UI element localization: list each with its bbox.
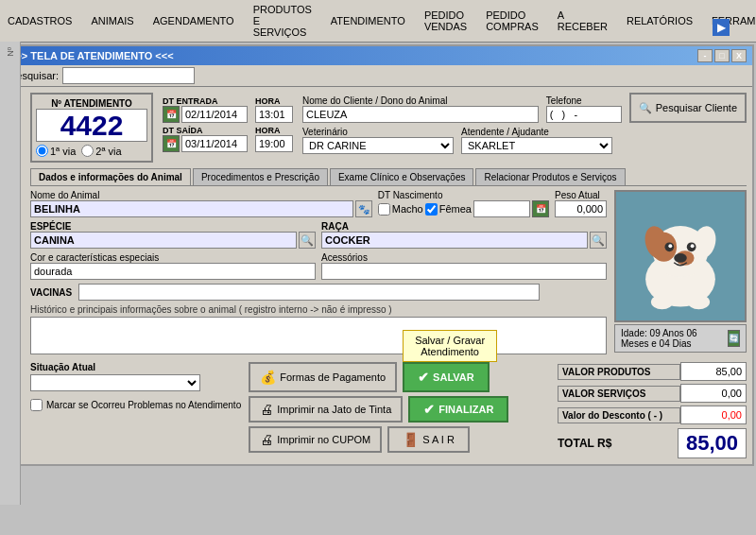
tab-relacionar[interactable]: Relacionar Produtos e Serviços <box>475 168 625 185</box>
services-value[interactable] <box>680 384 747 403</box>
menu-agendamento[interactable]: AGENDAMENTO <box>149 13 238 28</box>
menu-cadastros[interactable]: CADASTROS <box>4 13 76 28</box>
entrada-hora-input[interactable] <box>255 106 293 123</box>
via-radio-group: 1ª via 2ª via <box>36 145 147 157</box>
menu-pedido-compras[interactable]: PEDIDO COMPRAS <box>482 8 542 34</box>
macho-checkbox[interactable] <box>378 203 390 216</box>
tab-exame[interactable]: Exame Clínico e Observações <box>330 168 474 185</box>
save-button[interactable]: ✔ SALVAR <box>403 362 490 392</box>
birth-calendar-icon[interactable]: 📅 <box>532 200 549 217</box>
top-info-row: Nº ATENDIMENTO 4422 1ª via 2ª via <box>30 93 747 163</box>
client-input[interactable] <box>302 106 539 123</box>
search-client-button[interactable]: 🔍 Pesquisar Cliente <box>629 93 747 123</box>
vaccines-input[interactable] <box>78 284 540 301</box>
products-row: VALOR PRODUTOS <box>558 362 747 381</box>
animal-icon-btn[interactable]: 🐾 <box>355 200 372 217</box>
menu-relatorios[interactable]: RELATÓRIOS <box>623 13 696 28</box>
tab-dados[interactable]: Dados e informações do Animal <box>30 168 191 185</box>
titlebar: >>> TELA DE ATENDIMENTO <<< - □ X <box>4 46 752 65</box>
svg-point-13 <box>688 295 710 310</box>
phone-group: Telefone <box>546 95 622 123</box>
attendant-select[interactable]: SKARLET <box>461 137 612 154</box>
menu-pedido-vendas[interactable]: PEDIDO VENDAS <box>421 8 471 34</box>
animal-name-label: Nome do Animal <box>30 190 372 200</box>
saida-group: DT SAÍDA 📅 <box>163 126 248 152</box>
entrada-calendar-icon[interactable]: 📅 <box>163 106 180 123</box>
macho-check[interactable]: Macho <box>378 203 423 216</box>
species-search-icon[interactable]: 🔍 <box>299 232 316 249</box>
radio-1via-input[interactable] <box>36 145 48 157</box>
breed-search-icon[interactable]: 🔍 <box>590 232 607 249</box>
history-label: Histórico e principais informações sobre… <box>30 304 607 315</box>
femea-check[interactable]: Fêmea <box>425 203 472 216</box>
saida-hora-group: HORA <box>255 126 293 152</box>
animal-name-group: Nome do Animal 🐾 <box>30 190 372 217</box>
client-row: Nome do Cliente / Dono do Animal Telefon… <box>302 93 747 123</box>
saida-calendar-icon[interactable]: 📅 <box>163 135 180 152</box>
species-group: ESPÉCIE 🔍 <box>30 221 316 249</box>
saida-hora-input[interactable] <box>255 135 293 152</box>
save-tooltip: Salvar / Gravar Atendimento <box>403 330 497 362</box>
finalize-button[interactable]: ✔ FINALIZAR <box>408 396 508 423</box>
radio-1via[interactable]: 1ª via <box>36 145 76 157</box>
attendant-label: Atendente / Ajudante <box>461 127 612 137</box>
femea-checkbox[interactable] <box>425 203 438 216</box>
entrada-date-field: 📅 <box>163 106 248 123</box>
animal-row4: VACINAS <box>30 284 607 301</box>
discount-value[interactable] <box>680 406 747 424</box>
attendance-label: Nº ATENDIMENTO <box>36 98 147 109</box>
search-input[interactable] <box>62 67 195 84</box>
vet-row: Veterinário DR CARINE Atendente / Ajudan… <box>302 127 747 154</box>
menu-animais[interactable]: ANIMAIS <box>87 13 137 28</box>
menu-atendimento[interactable]: ATENDIMENTO <box>327 13 409 28</box>
svg-point-12 <box>651 295 673 310</box>
saida-row: DT SAÍDA 📅 HORA <box>163 126 293 152</box>
animal-row1: Nome do Animal 🐾 DT Nascimento <box>30 190 607 217</box>
side-label: Nº <box>6 47 15 57</box>
exit-button[interactable]: 🚪 S A I R <box>387 426 470 453</box>
animal-name-input[interactable] <box>30 200 353 217</box>
attendant-group: Atendente / Ajudante SKARLET <box>461 127 612 154</box>
svg-point-11 <box>674 253 687 263</box>
breed-group: RAÇA 🔍 <box>321 221 607 249</box>
radio-2via-input[interactable] <box>81 145 94 157</box>
saida-date-input[interactable] <box>181 135 248 152</box>
minimize-button[interactable]: - <box>697 49 713 62</box>
accessories-input[interactable] <box>321 263 607 280</box>
birth-field: Macho Fêmea 📅 <box>378 200 549 217</box>
birth-input[interactable] <box>473 200 530 217</box>
print-ink-button[interactable]: 🖨 Imprimir na Jato de Tinta <box>249 396 403 423</box>
phone-input[interactable] <box>546 106 622 123</box>
menu-produtos[interactable]: PRODUTOS E SERVIÇOS <box>249 2 316 40</box>
weight-input[interactable] <box>555 200 607 217</box>
weight-label: Peso Atual <box>555 190 607 200</box>
svg-point-9 <box>668 244 672 248</box>
problem-checkbox[interactable] <box>30 399 43 411</box>
age-icon[interactable]: 🔄 <box>728 330 740 347</box>
finalize-label: FINALIZAR <box>438 404 493 415</box>
maximize-button[interactable]: □ <box>714 49 730 62</box>
animal-name-field: 🐾 <box>30 200 372 217</box>
color-input[interactable] <box>30 263 316 280</box>
save-icon: ✔ <box>418 370 429 385</box>
breed-input[interactable] <box>321 232 588 249</box>
animal-section: Nome do Animal 🐾 DT Nascimento <box>30 190 747 356</box>
total-label: TOTAL R$ <box>558 437 611 450</box>
print-coupon-button[interactable]: 🖨 Imprimir no CUPOM <box>249 426 382 453</box>
situation-select[interactable] <box>30 374 200 391</box>
scroll-right[interactable]: ▶ <box>713 19 730 36</box>
entrada-date-input[interactable] <box>181 106 248 123</box>
radio-2via[interactable]: 2ª via <box>81 145 121 157</box>
vet-label: Veterinário <box>302 127 454 137</box>
age-bar: Idade: 09 Anos 06 Meses e 04 Dias 🔄 <box>614 324 747 353</box>
menu-receber[interactable]: A RECEBER <box>554 8 611 34</box>
species-input[interactable] <box>30 232 297 249</box>
close-button[interactable]: X <box>731 49 747 62</box>
payment-button[interactable]: 💰 Formas de Pagamento <box>249 362 397 392</box>
entrada-hora-label: HORA <box>255 96 293 106</box>
svg-point-10 <box>691 244 695 248</box>
products-value[interactable] <box>680 362 747 381</box>
tab-procedimentos[interactable]: Procedimentos e Prescrição <box>193 168 328 185</box>
history-textarea[interactable] <box>30 317 607 354</box>
vet-select[interactable]: DR CARINE <box>302 137 454 154</box>
